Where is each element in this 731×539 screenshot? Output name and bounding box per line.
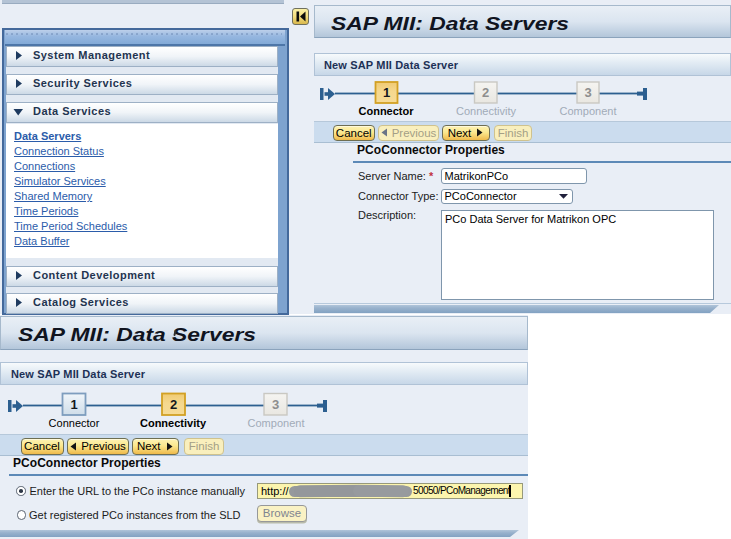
svg-text:1: 1 — [383, 85, 390, 100]
svg-text:2: 2 — [170, 397, 177, 412]
svg-text:1: 1 — [70, 397, 77, 412]
svg-text:3: 3 — [272, 397, 279, 412]
svg-text:2: 2 — [482, 85, 489, 100]
svg-text:3: 3 — [584, 85, 591, 100]
